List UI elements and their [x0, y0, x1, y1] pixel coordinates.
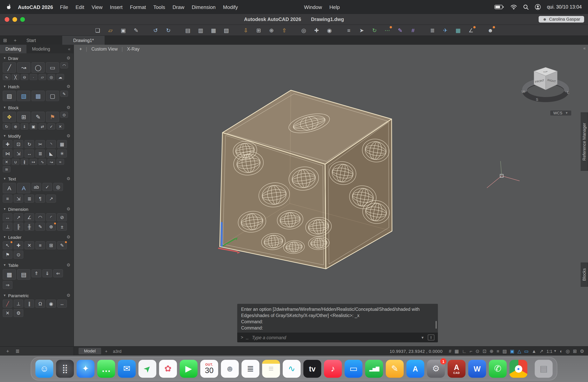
status-object-snap-toggle[interactable]: ⊡ — [483, 349, 486, 353]
section-draw-header[interactable]: ▼Draw⚙ — [0, 54, 74, 62]
toolbar-quick-select-button[interactable]: ➤ — [357, 26, 366, 34]
tool-scale[interactable]: ⇲ — [14, 149, 23, 158]
toolbar-zoom-button[interactable]: ◎ — [299, 26, 308, 34]
status-object-snap-tracking-toggle[interactable]: ⊕ — [490, 349, 494, 353]
dock-chrome[interactable]: ● — [509, 360, 527, 378]
menu-window[interactable]: Window — [304, 4, 322, 10]
tool-aligned[interactable]: ↗ — [14, 213, 23, 221]
toolbar-pan-button[interactable]: ✚ — [312, 26, 321, 34]
tool-align[interactable]: ≅ — [3, 166, 10, 172]
tool-hatch[interactable]: ▨ — [3, 91, 16, 101]
reference-manager-tab[interactable]: Reference Manager — [581, 112, 588, 171]
command-input[interactable]: Type a command — [252, 335, 418, 340]
tool-parallel[interactable]: ∥ — [24, 299, 34, 308]
status-annotation-visibility-toggle[interactable]: ▲ — [532, 349, 536, 353]
section-leader-settings-icon[interactable]: ⚙ — [66, 234, 70, 240]
toolbar-collaborate-button[interactable]: ☻ — [486, 26, 495, 34]
tool-perpendicular[interactable]: ⊥ — [14, 299, 23, 308]
viewcube-east[interactable]: E — [567, 91, 569, 95]
toolbar-redo-button[interactable]: ↻ — [164, 26, 173, 34]
toolbar-save-button[interactable]: ▣ — [119, 26, 127, 34]
dock-keynote[interactable]: ▭ — [345, 360, 362, 378]
tool-point[interactable]: ∙ — [30, 74, 37, 80]
tool-sync-attributes[interactable]: ↻ — [3, 123, 10, 129]
tool-edit-block[interactable]: ✎ — [32, 112, 45, 122]
toolbar-save-as-button[interactable]: ✎ — [132, 26, 140, 34]
tool-region[interactable]: ▱ — [39, 74, 46, 80]
tool-diameter[interactable]: ⊘ — [57, 213, 67, 221]
minimize-window-button[interactable] — [12, 17, 17, 21]
tool-fillet[interactable]: ◝ — [46, 140, 56, 148]
dock-apple-tv[interactable]: tv — [303, 360, 321, 378]
toolbar-insert-block-button[interactable]: ⊞ — [254, 26, 263, 34]
palette-menu-button[interactable]: ≣ — [15, 349, 20, 354]
menu-dimension[interactable]: Dimension — [192, 4, 216, 10]
tool-move[interactable]: ✚ — [3, 140, 12, 148]
tool-blend-curves[interactable]: ≈ — [56, 159, 64, 165]
user-switch-icon[interactable] — [535, 4, 541, 10]
tool-multiline-text[interactable]: A — [3, 183, 16, 193]
tool-edit-spline[interactable]: ↝ — [47, 159, 55, 165]
tool-trim[interactable]: ✂ — [35, 140, 45, 148]
sidebar-collapse-button[interactable]: « — [65, 45, 74, 53]
tool-add-leader[interactable]: ✚ — [14, 241, 23, 249]
tool-stretch[interactable]: ↔ — [24, 149, 34, 158]
toolbar-share-drawing-button[interactable]: ✈ — [441, 26, 450, 34]
section-hatch-header[interactable]: ▼Hatch⚙ — [0, 83, 74, 90]
command-recent-chevron-icon[interactable]: ▼ — [421, 336, 424, 340]
status-dynamic-ucs-toggle[interactable]: △ — [517, 349, 521, 353]
status-grid-display-toggle[interactable]: # — [449, 349, 451, 353]
tool-mirror[interactable]: ⋈ — [3, 149, 12, 158]
command-customize-icon[interactable]: ⇧ — [428, 335, 434, 340]
tool-explode[interactable]: ✳ — [57, 149, 67, 158]
tool-block-editor[interactable]: ▣ — [30, 123, 37, 129]
toolbar-point-style-button[interactable]: ⋯ — [383, 26, 392, 34]
section-leader-header[interactable]: ▼Leader⚙ — [0, 233, 74, 240]
menu-format[interactable]: Format — [130, 4, 146, 10]
blocks-palette-tab[interactable]: Blocks — [581, 263, 588, 287]
apple-menu[interactable] — [6, 4, 12, 10]
menu-tools[interactable]: Tools — [153, 4, 165, 10]
tool-create-block[interactable]: ❖ — [3, 112, 16, 122]
tool-find-replace[interactable]: ◎ — [53, 183, 63, 191]
spotlight-search-icon[interactable] — [523, 4, 529, 10]
tool-spline[interactable]: ∿ — [3, 74, 10, 80]
tool-attributes[interactable]: ⚑ — [46, 112, 59, 122]
tool-dimensional-constraint[interactable]: ↔ — [57, 299, 67, 308]
command-input-row[interactable]: > _ Type a command ▼ ⇧ — [237, 333, 438, 342]
wifi-icon[interactable] — [510, 4, 517, 10]
tool-tolerance[interactable]: ± — [57, 223, 67, 231]
status-lineweight-toggle[interactable]: ≡ — [497, 349, 499, 353]
dock-finder[interactable]: ☺ — [35, 360, 53, 378]
status-transparency-toggle[interactable]: ▨ — [503, 349, 507, 353]
status-clean-screen-toggle[interactable]: ⊞ — [573, 349, 577, 353]
dock-safari[interactable]: ✦ — [77, 360, 94, 378]
toolbar-page-setup-button[interactable]: ▦ — [209, 26, 218, 34]
status-autoscale-toggle[interactable]: ↗ — [539, 349, 543, 353]
tool-arc[interactable]: ◠ — [60, 62, 68, 68]
tool-center-mark[interactable]: ⊕ — [46, 223, 56, 231]
section-draw-settings-icon[interactable]: ⚙ — [66, 56, 70, 61]
tool-table-style[interactable]: ▤ — [17, 269, 30, 280]
tool-offset[interactable]: ≣ — [35, 149, 45, 158]
section-modify-header[interactable]: ▼Modify⚙ — [0, 132, 74, 139]
toolbar-undo-button[interactable]: ↺ — [151, 26, 160, 34]
section-block-header[interactable]: ▼Block⚙ — [0, 104, 74, 111]
status-ortho-mode-toggle[interactable]: ⌐ — [470, 349, 473, 353]
tool-define-attribute[interactable]: ⊙ — [60, 112, 68, 118]
dock-notes[interactable]: ≡ — [262, 360, 280, 378]
annotation-scale-button[interactable]: 1:1 ▼ — [546, 349, 556, 353]
section-hatch-settings-icon[interactable]: ⚙ — [66, 84, 70, 89]
app-menu[interactable]: AutoCAD 2026 — [18, 4, 53, 10]
add-palette-button[interactable]: + — [6, 349, 9, 354]
dock-contacts[interactable]: ☻ — [221, 360, 239, 378]
menubar-clock[interactable]: qui. 30/10 13:04 — [547, 4, 582, 10]
command-scrollbar[interactable] — [436, 321, 437, 329]
layout-tab-a3rd[interactable]: a3rd — [113, 349, 122, 353]
tool-ellipse[interactable]: ⊖ — [21, 74, 28, 80]
zoom-window-button[interactable] — [20, 17, 25, 21]
dock-mail[interactable]: ✉ — [118, 360, 136, 378]
tool-text-columns[interactable]: ≡ — [3, 194, 12, 203]
status-selection-cycling-toggle[interactable]: ▣ — [510, 349, 514, 353]
tool-array[interactable]: ▦ — [57, 140, 67, 148]
